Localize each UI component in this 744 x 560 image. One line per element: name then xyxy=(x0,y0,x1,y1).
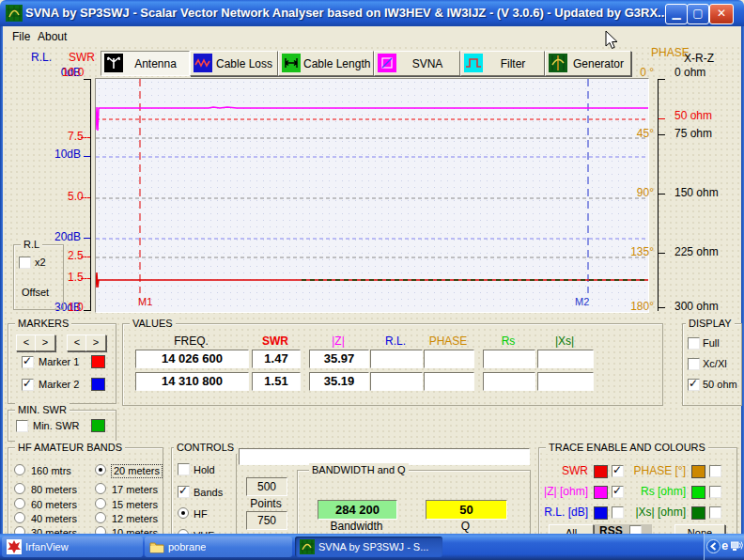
min-swr-color-swatch[interactable] xyxy=(91,419,105,432)
bands-checkbox[interactable] xyxy=(178,486,190,498)
bandwidth-group: BANDWIDTH and Q 284 200 Bandwidth 50 Q xyxy=(297,470,531,537)
trace-rs-checkbox[interactable] xyxy=(709,486,721,498)
trace-rs-swatch[interactable] xyxy=(691,486,705,499)
ohm-tick-0: 0 ohm xyxy=(674,67,705,79)
freq-value-m1: 14 026 600 xyxy=(135,350,249,368)
points-bottom-box[interactable]: 750 xyxy=(246,511,287,530)
min-swr-checkbox[interactable] xyxy=(16,420,28,432)
tab-generator[interactable]: Generator xyxy=(545,51,631,76)
taskbar-item-svna[interactable]: SVNA by SP3SWJ - S... xyxy=(295,537,442,557)
hf-radio[interactable] xyxy=(178,507,189,519)
tab-svna-label: SVNA xyxy=(399,57,456,70)
phase-tick-90: 90° xyxy=(628,187,654,199)
hold-checkbox[interactable] xyxy=(178,463,190,475)
marker1-color-swatch[interactable] xyxy=(91,355,105,368)
band-17m-radio[interactable] xyxy=(95,483,106,494)
marker2-checkbox[interactable] xyxy=(22,379,34,391)
hf-label: HF xyxy=(194,508,208,521)
tab-antenna[interactable]: Antenna xyxy=(101,51,190,76)
band-60m-label: 60 meters xyxy=(31,499,77,511)
tray-collapse-icon[interactable] xyxy=(706,539,721,553)
trace-swr-swatch[interactable] xyxy=(594,465,608,478)
trace-phase-swatch[interactable] xyxy=(691,465,705,478)
axis-tick xyxy=(84,238,90,239)
window-title: SVNA by SP3SWJ - Scalar Vector Network A… xyxy=(25,6,668,20)
marker2-color-swatch[interactable] xyxy=(91,378,105,391)
axis-tick xyxy=(659,134,665,135)
menu-file[interactable]: File xyxy=(8,29,34,44)
antenna-icon xyxy=(104,54,123,72)
band-60m-radio[interactable] xyxy=(14,498,25,509)
marker2-checkbox-label: Marker 2 xyxy=(39,379,79,391)
marker1-left-button[interactable]: < xyxy=(16,334,37,351)
plot-traces xyxy=(96,79,648,312)
bandwidth-caption: BANDWIDTH and Q xyxy=(309,463,409,476)
x2-checkbox[interactable] xyxy=(19,257,31,269)
band-20m-radio[interactable] xyxy=(95,464,106,475)
rl-offset-caption: R.L xyxy=(21,238,42,251)
tab-cable-length[interactable]: Cable Length xyxy=(278,51,374,76)
taskbar-item-irfanview[interactable]: IrfanView xyxy=(2,537,143,557)
markers-group: MARKERS < > < > Marker 1 Marker 2 xyxy=(8,323,116,404)
band-15m-radio[interactable] xyxy=(95,498,106,509)
trace-rl-swatch[interactable] xyxy=(594,506,608,520)
min-swr-group: MIN. SWR Min. SWR xyxy=(8,410,116,442)
cable-loss-icon xyxy=(194,54,212,72)
taskbar-item-pobrane[interactable]: pobrane xyxy=(145,537,292,557)
col-header-rs: Rs xyxy=(483,335,534,348)
tray-e-icon[interactable]: e xyxy=(721,538,728,552)
display-caption: DISPLAY xyxy=(686,317,735,330)
phase-tick-135: 135° xyxy=(624,246,654,258)
trace-xs-swatch[interactable] xyxy=(691,506,705,520)
band-40m-radio[interactable] xyxy=(14,512,25,523)
swr-tick-10b: 1.0 xyxy=(68,302,84,314)
display-xcxl-checkbox[interactable] xyxy=(688,358,700,370)
trace-z-swatch[interactable] xyxy=(594,486,608,499)
maximize-button[interactable]: ▢ xyxy=(687,4,709,24)
display-50ohm-checkbox[interactable] xyxy=(688,379,700,391)
band-12m-radio[interactable] xyxy=(95,512,106,523)
marker1-checkbox[interactable] xyxy=(22,356,34,368)
q-value: 50 xyxy=(426,500,507,520)
swr-tick-10: 10.0 xyxy=(62,67,84,79)
trace-z-checkbox[interactable] xyxy=(612,486,624,498)
rl-axis-title: R.L. xyxy=(31,52,52,64)
marker2-left-button[interactable]: < xyxy=(67,334,87,351)
tab-filter[interactable]: Filter xyxy=(460,51,545,76)
rl-value-m2 xyxy=(370,372,423,391)
xrz-axis-title: X-R-Z xyxy=(684,53,714,65)
close-button[interactable]: ✕ xyxy=(709,4,734,24)
trace-rl-checkbox[interactable] xyxy=(612,506,624,519)
band-12m-label: 12 meters xyxy=(112,513,158,525)
swr-tick-25: 2.5 xyxy=(68,250,84,262)
menu-about[interactable]: About xyxy=(34,29,70,44)
trace-caption: TRACE ENABLE AND COLOURS xyxy=(546,441,708,454)
titlebar[interactable]: SVNA by SP3SWJ - Scalar Vector Network A… xyxy=(0,0,744,26)
band-80m-radio[interactable] xyxy=(14,483,25,494)
points-top-box[interactable]: 500 xyxy=(246,477,287,496)
bandwidth-value: 284 200 xyxy=(318,500,397,520)
trace-phase-label: PHASE [°] xyxy=(629,465,686,477)
trace-phase-checkbox[interactable] xyxy=(709,465,721,477)
values-group: VALUES FREQ. SWR |Z| R.L. PHASE Rs |Xs| … xyxy=(122,323,663,406)
marker2-right-button[interactable]: > xyxy=(85,334,106,351)
tray-display-icon[interactable] xyxy=(731,541,743,552)
bands-group: HF AMATEUR BANDS 160 mtrs 80 meters 60 m… xyxy=(8,447,163,539)
col-header-phase: PHASE xyxy=(424,335,473,348)
trace-swr-checkbox[interactable] xyxy=(612,465,624,477)
display-50ohm-label: 50 ohm xyxy=(703,379,737,391)
sweep-plot[interactable]: M1 M2 xyxy=(95,78,649,313)
swr-value-m2: 1.51 xyxy=(252,372,301,391)
tab-svna[interactable]: SVNA xyxy=(374,51,460,76)
bandwidth-label: Bandwidth xyxy=(318,521,395,533)
xs-value-m2 xyxy=(537,372,594,391)
marker1-right-button[interactable]: > xyxy=(35,334,55,351)
display-full-checkbox[interactable] xyxy=(688,337,700,350)
band-160m-radio[interactable] xyxy=(14,464,25,475)
tab-cable-loss[interactable]: Cable Loss xyxy=(190,51,278,76)
xs-value-m1 xyxy=(537,350,594,368)
minimize-button[interactable]: ▁ xyxy=(665,4,688,24)
taskbar-item-label: pobrane xyxy=(168,541,206,552)
axis-tick xyxy=(659,79,665,80)
trace-xs-checkbox[interactable] xyxy=(709,506,721,519)
